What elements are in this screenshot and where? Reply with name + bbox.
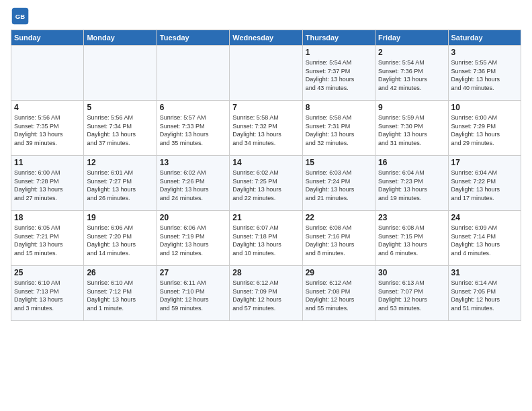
week-row-2: 4Sunrise: 5:56 AM Sunset: 7:35 PM Daylig… — [11, 101, 521, 156]
week-row-4: 18Sunrise: 6:05 AM Sunset: 7:21 PM Dayli… — [11, 211, 521, 266]
day-number: 19 — [87, 213, 153, 222]
calendar-cell: 8Sunrise: 5:58 AM Sunset: 7:31 PM Daylig… — [302, 101, 375, 156]
day-info: Sunrise: 6:03 AM Sunset: 7:24 PM Dayligh… — [306, 169, 372, 202]
day-info: Sunrise: 6:12 AM Sunset: 7:08 PM Dayligh… — [306, 279, 372, 312]
day-info: Sunrise: 6:00 AM Sunset: 7:29 PM Dayligh… — [451, 113, 518, 147]
calendar-cell: 4Sunrise: 5:56 AM Sunset: 7:35 PM Daylig… — [11, 101, 84, 156]
day-info: Sunrise: 6:00 AM Sunset: 7:28 PM Dayligh… — [14, 169, 81, 202]
calendar-cell: 16Sunrise: 6:04 AM Sunset: 7:23 PM Dayli… — [375, 156, 448, 211]
day-number: 14 — [232, 158, 299, 167]
day-number: 6 — [160, 103, 226, 112]
day-number: 16 — [378, 158, 445, 167]
day-info: Sunrise: 6:10 AM Sunset: 7:13 PM Dayligh… — [14, 279, 81, 312]
calendar-cell — [157, 46, 229, 101]
day-number: 22 — [306, 213, 372, 222]
day-info: Sunrise: 6:04 AM Sunset: 7:22 PM Dayligh… — [451, 169, 518, 202]
day-info: Sunrise: 5:59 AM Sunset: 7:30 PM Dayligh… — [378, 113, 445, 147]
day-number: 18 — [14, 213, 81, 222]
day-number: 11 — [14, 158, 81, 167]
calendar-cell: 18Sunrise: 6:05 AM Sunset: 7:21 PM Dayli… — [11, 211, 84, 266]
day-info: Sunrise: 6:14 AM Sunset: 7:05 PM Dayligh… — [451, 279, 518, 312]
day-info: Sunrise: 5:58 AM Sunset: 7:32 PM Dayligh… — [232, 113, 299, 147]
calendar-cell: 2Sunrise: 5:54 AM Sunset: 7:36 PM Daylig… — [375, 46, 448, 101]
day-info: Sunrise: 5:58 AM Sunset: 7:31 PM Dayligh… — [306, 113, 372, 147]
day-info: Sunrise: 5:57 AM Sunset: 7:33 PM Dayligh… — [160, 113, 226, 147]
day-number: 21 — [232, 213, 299, 222]
header-cell-monday: Monday — [84, 30, 157, 46]
day-number: 23 — [378, 213, 445, 222]
calendar-cell: 3Sunrise: 5:55 AM Sunset: 7:36 PM Daylig… — [448, 46, 521, 101]
calendar-cell: 24Sunrise: 6:09 AM Sunset: 7:14 PM Dayli… — [448, 211, 521, 266]
calendar-cell — [84, 46, 157, 101]
day-info: Sunrise: 6:05 AM Sunset: 7:21 PM Dayligh… — [14, 224, 81, 257]
calendar-cell: 13Sunrise: 6:02 AM Sunset: 7:26 PM Dayli… — [157, 156, 229, 211]
calendar-cell: 6Sunrise: 5:57 AM Sunset: 7:33 PM Daylig… — [157, 101, 229, 156]
calendar-cell: 9Sunrise: 5:59 AM Sunset: 7:30 PM Daylig… — [375, 101, 448, 156]
day-number: 4 — [14, 103, 81, 112]
calendar-cell: 12Sunrise: 6:01 AM Sunset: 7:27 PM Dayli… — [84, 156, 157, 211]
week-row-5: 25Sunrise: 6:10 AM Sunset: 7:13 PM Dayli… — [11, 266, 521, 321]
calendar-cell: 22Sunrise: 6:08 AM Sunset: 7:16 PM Dayli… — [302, 211, 375, 266]
day-number: 25 — [14, 268, 81, 277]
svg-text:GB: GB — [15, 13, 25, 20]
day-info: Sunrise: 6:06 AM Sunset: 7:20 PM Dayligh… — [87, 224, 153, 257]
day-number: 5 — [87, 103, 153, 112]
day-info: Sunrise: 5:56 AM Sunset: 7:34 PM Dayligh… — [87, 113, 153, 147]
header-cell-sunday: Sunday — [11, 30, 84, 46]
day-number: 1 — [306, 48, 372, 57]
calendar-cell — [230, 46, 302, 101]
day-number: 3 — [451, 48, 518, 57]
day-info: Sunrise: 6:02 AM Sunset: 7:26 PM Dayligh… — [160, 169, 226, 202]
calendar-cell — [11, 46, 84, 101]
header-cell-wednesday: Wednesday — [230, 30, 302, 46]
logo: GB — [11, 7, 32, 26]
page: GB SundayMondayTuesdayWednesdayThursdayF… — [0, 0, 532, 411]
day-number: 27 — [160, 268, 226, 277]
day-info: Sunrise: 6:08 AM Sunset: 7:15 PM Dayligh… — [378, 224, 445, 257]
calendar-cell: 11Sunrise: 6:00 AM Sunset: 7:28 PM Dayli… — [11, 156, 84, 211]
week-row-3: 11Sunrise: 6:00 AM Sunset: 7:28 PM Dayli… — [11, 156, 521, 211]
day-number: 8 — [306, 103, 372, 112]
day-info: Sunrise: 5:54 AM Sunset: 7:36 PM Dayligh… — [378, 58, 445, 92]
calendar-cell: 30Sunrise: 6:13 AM Sunset: 7:07 PM Dayli… — [375, 266, 448, 321]
day-number: 10 — [451, 103, 518, 112]
day-number: 26 — [87, 268, 153, 277]
calendar-body: 1Sunrise: 5:54 AM Sunset: 7:37 PM Daylig… — [11, 46, 521, 321]
day-number: 15 — [306, 158, 372, 167]
calendar-cell: 29Sunrise: 6:12 AM Sunset: 7:08 PM Dayli… — [302, 266, 375, 321]
logo-icon: GB — [11, 7, 30, 26]
day-info: Sunrise: 5:56 AM Sunset: 7:35 PM Dayligh… — [14, 113, 81, 147]
calendar-cell: 23Sunrise: 6:08 AM Sunset: 7:15 PM Dayli… — [375, 211, 448, 266]
calendar-cell: 20Sunrise: 6:06 AM Sunset: 7:19 PM Dayli… — [157, 211, 229, 266]
day-number: 9 — [378, 103, 445, 112]
day-info: Sunrise: 6:10 AM Sunset: 7:12 PM Dayligh… — [87, 279, 153, 312]
day-number: 24 — [451, 213, 518, 222]
day-info: Sunrise: 6:04 AM Sunset: 7:23 PM Dayligh… — [378, 169, 445, 202]
day-info: Sunrise: 6:07 AM Sunset: 7:18 PM Dayligh… — [232, 224, 299, 257]
calendar-cell: 7Sunrise: 5:58 AM Sunset: 7:32 PM Daylig… — [230, 101, 302, 156]
day-info: Sunrise: 6:02 AM Sunset: 7:25 PM Dayligh… — [232, 169, 299, 202]
calendar-cell: 31Sunrise: 6:14 AM Sunset: 7:05 PM Dayli… — [448, 266, 521, 321]
day-number: 30 — [378, 268, 445, 277]
header-row: SundayMondayTuesdayWednesdayThursdayFrid… — [11, 30, 521, 46]
day-number: 31 — [451, 268, 518, 277]
calendar-cell: 27Sunrise: 6:11 AM Sunset: 7:10 PM Dayli… — [157, 266, 229, 321]
day-info: Sunrise: 6:09 AM Sunset: 7:14 PM Dayligh… — [451, 224, 518, 257]
day-number: 2 — [378, 48, 445, 57]
day-info: Sunrise: 6:11 AM Sunset: 7:10 PM Dayligh… — [160, 279, 226, 312]
day-number: 20 — [160, 213, 226, 222]
day-info: Sunrise: 6:13 AM Sunset: 7:07 PM Dayligh… — [378, 279, 445, 312]
calendar-cell: 25Sunrise: 6:10 AM Sunset: 7:13 PM Dayli… — [11, 266, 84, 321]
day-info: Sunrise: 5:55 AM Sunset: 7:36 PM Dayligh… — [451, 58, 518, 92]
calendar-cell: 10Sunrise: 6:00 AM Sunset: 7:29 PM Dayli… — [448, 101, 521, 156]
calendar-cell: 14Sunrise: 6:02 AM Sunset: 7:25 PM Dayli… — [230, 156, 302, 211]
header-cell-friday: Friday — [375, 30, 448, 46]
day-number: 12 — [87, 158, 153, 167]
header-cell-saturday: Saturday — [448, 30, 521, 46]
day-number: 7 — [232, 103, 299, 112]
header: GB — [11, 7, 521, 26]
calendar-cell: 17Sunrise: 6:04 AM Sunset: 7:22 PM Dayli… — [448, 156, 521, 211]
day-number: 28 — [232, 268, 299, 277]
week-row-1: 1Sunrise: 5:54 AM Sunset: 7:37 PM Daylig… — [11, 46, 521, 101]
day-info: Sunrise: 5:54 AM Sunset: 7:37 PM Dayligh… — [306, 58, 372, 92]
